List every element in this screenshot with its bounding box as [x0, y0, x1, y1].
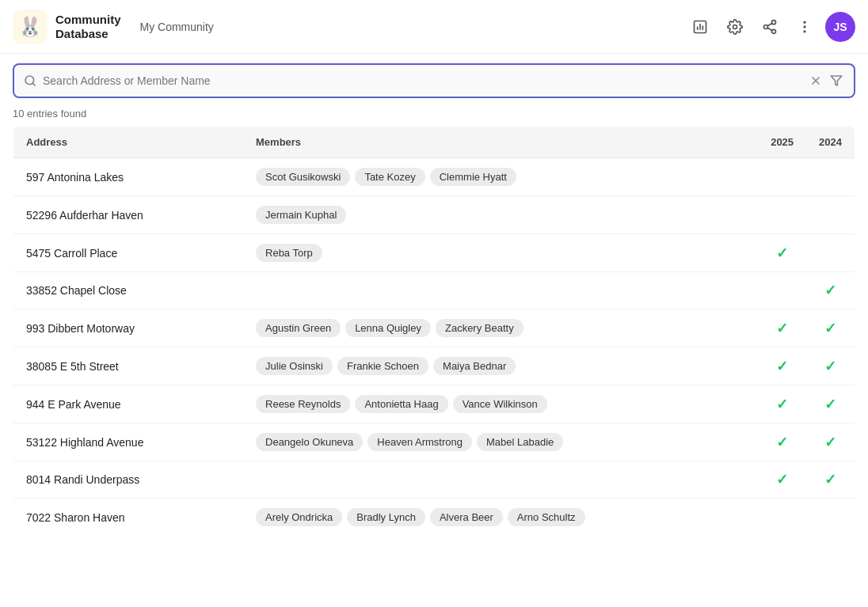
year1-cell: ✓ [758, 423, 806, 461]
members-cell: Scot GusikowskiTate KozeyClemmie Hyatt [243, 158, 758, 196]
member-tag[interactable]: Bradly Lynch [347, 508, 425, 526]
year2-cell [806, 234, 855, 272]
member-tag[interactable]: Agustin Green [256, 319, 341, 337]
settings-button[interactable] [721, 13, 749, 41]
member-tag[interactable]: Alvera Beer [430, 508, 503, 526]
address-cell: 993 Dibbert Motorway [13, 309, 244, 347]
member-tag[interactable]: Reese Reynolds [256, 395, 350, 413]
year1-cell [758, 499, 806, 537]
logo-area: 🐰 CommunityDatabase [13, 9, 121, 44]
col-year1: 2025 [758, 127, 806, 158]
member-tag[interactable]: Clemmie Hyatt [430, 168, 516, 186]
col-members: Members [243, 127, 758, 158]
table-row: 7022 Sharon HavenArely OndrickaBradly Ly… [13, 499, 855, 537]
share-button[interactable] [756, 13, 784, 41]
table-row: 944 E Park AvenueReese ReynoldsAntoniett… [13, 385, 855, 423]
member-tag[interactable]: Julie Osinski [256, 357, 333, 375]
checkmark-2025: ✓ [776, 396, 788, 412]
checkmark-2024: ✓ [824, 434, 836, 450]
table-row: 993 Dibbert MotorwayAgustin GreenLenna Q… [13, 309, 855, 347]
year2-cell [806, 499, 855, 537]
member-tag[interactable]: Heaven Armstrong [367, 433, 472, 451]
address-cell: 52296 Aufderhar Haven [13, 196, 244, 234]
members-cell: Reese ReynoldsAntonietta HaagVance Wilki… [243, 385, 758, 423]
year1-cell [758, 196, 806, 234]
search-action-buttons [808, 73, 844, 89]
search-clear-button[interactable] [808, 73, 824, 89]
address-cell: 944 E Park Avenue [13, 385, 244, 423]
year2-cell: ✓ [806, 385, 855, 423]
member-tag[interactable]: Jermain Kuphal [256, 206, 346, 224]
checkmark-2024: ✓ [824, 321, 836, 336]
table-row: 53122 Highland AvenueDeangelo OkunevaHea… [13, 423, 855, 461]
checkmark-2025: ✓ [776, 434, 788, 450]
address-cell: 33852 Chapel Close [13, 272, 244, 309]
member-tag[interactable]: Arno Schultz [508, 508, 585, 526]
member-tag[interactable]: Frankie Schoen [337, 357, 428, 375]
table-row: 33852 Chapel Close✓ [13, 272, 855, 309]
address-cell: 5475 Carroll Place [13, 234, 244, 272]
svg-point-4 [733, 25, 737, 28]
entries-count: 10 entries found [0, 104, 868, 126]
avatar[interactable]: JS [825, 12, 855, 42]
search-box [13, 63, 855, 98]
member-tag[interactable]: Zackery Beatty [436, 319, 523, 337]
members-cell: Agustin GreenLenna QuigleyZackery Beatty [243, 309, 758, 347]
address-cell: 8014 Randi Underpass [13, 461, 244, 499]
year1-cell: ✓ [758, 347, 806, 385]
member-tag[interactable]: Reba Torp [256, 244, 322, 262]
gear-icon [727, 19, 743, 35]
close-icon [809, 74, 822, 87]
svg-line-8 [767, 28, 772, 30]
app-title: CommunityDatabase [55, 13, 121, 41]
svg-line-9 [767, 23, 772, 25]
checkmark-2025: ✓ [776, 245, 788, 261]
checkmark-2025: ✓ [776, 359, 788, 374]
year2-cell: ✓ [806, 309, 855, 347]
search-input[interactable] [43, 74, 801, 87]
year2-cell: ✓ [806, 272, 855, 309]
member-tag[interactable]: Mabel Labadie [477, 433, 563, 451]
members-cell: Deangelo OkunevaHeaven ArmstrongMabel La… [243, 423, 758, 461]
member-tag[interactable]: Arely Ondricka [256, 508, 342, 526]
svg-point-12 [803, 30, 805, 32]
members-cell [243, 272, 758, 309]
svg-point-11 [803, 25, 805, 28]
year1-cell [758, 158, 806, 196]
year2-cell: ✓ [806, 461, 855, 499]
member-tag[interactable]: Maiya Bednar [433, 357, 516, 375]
members-cell: Julie OsinskiFrankie SchoenMaiya Bednar [243, 347, 758, 385]
member-tag[interactable]: Deangelo Okuneva [256, 433, 363, 451]
share-icon [762, 19, 778, 35]
search-filter-button[interactable] [828, 73, 844, 89]
address-cell: 38085 E 5th Street [13, 347, 244, 385]
member-tag[interactable]: Lenna Quigley [345, 319, 431, 337]
checkmark-2025: ✓ [776, 472, 788, 487]
member-tag[interactable]: Scot Gusikowski [256, 168, 350, 186]
member-tag[interactable]: Vance Wilkinson [453, 395, 547, 413]
members-cell [243, 461, 758, 499]
year2-cell: ✓ [806, 423, 855, 461]
more-icon [797, 19, 813, 35]
chart-button[interactable] [686, 13, 714, 41]
checkmark-2025: ✓ [776, 321, 788, 336]
checkmark-2024: ✓ [824, 396, 836, 412]
community-name: My Community [140, 21, 214, 33]
year1-cell [758, 272, 806, 309]
header-actions: JS [686, 12, 855, 42]
app-title-block: CommunityDatabase [55, 13, 121, 41]
more-button[interactable] [790, 13, 819, 41]
table-header-row: Address Members 2025 2024 [13, 127, 855, 158]
data-table: Address Members 2025 2024 597 Antonina L… [13, 126, 855, 537]
app-logo: 🐰 [13, 9, 48, 44]
table-row: 8014 Randi Underpass✓✓ [13, 461, 855, 499]
table-row: 38085 E 5th StreetJulie OsinskiFrankie S… [13, 347, 855, 385]
search-icon [24, 74, 36, 87]
year1-cell: ✓ [758, 309, 806, 347]
col-address: Address [13, 127, 244, 158]
member-tag[interactable]: Antonietta Haag [355, 395, 447, 413]
checkmark-2024: ✓ [824, 359, 836, 374]
col-year2: 2024 [806, 127, 855, 158]
members-cell: Jermain Kuphal [243, 196, 758, 234]
member-tag[interactable]: Tate Kozey [355, 168, 424, 186]
